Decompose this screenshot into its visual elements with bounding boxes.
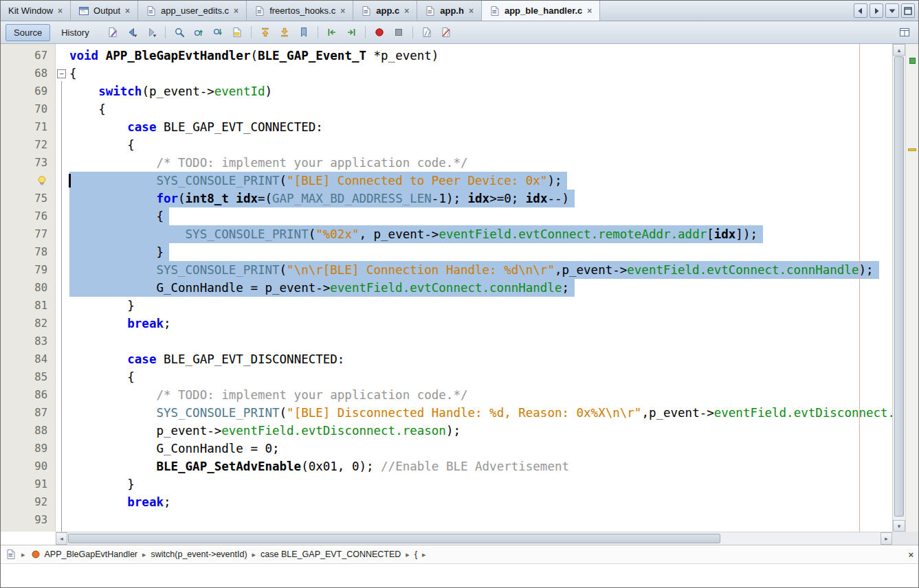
code-line-83[interactable] bbox=[56, 332, 892, 350]
scroll-tabs-left-button[interactable] bbox=[854, 3, 867, 18]
code-line-72[interactable]: { bbox=[56, 136, 892, 154]
code-line-85[interactable]: { bbox=[56, 368, 892, 386]
code-line-70[interactable]: { bbox=[56, 100, 892, 118]
code-line-87[interactable]: SYS_CONSOLE_PRINT("[BLE] Disconnected Ha… bbox=[56, 404, 892, 422]
gutter-line-84[interactable]: 84 bbox=[1, 350, 55, 368]
previous-bookmark-button[interactable] bbox=[256, 23, 274, 41]
gutter-line-70[interactable]: 70 bbox=[1, 100, 55, 118]
breadcrumb-item[interactable]: { bbox=[414, 550, 417, 559]
toggle-highlight-search-button[interactable] bbox=[228, 23, 246, 41]
code-line-81[interactable]: } bbox=[56, 297, 892, 315]
fold-toggle[interactable]: − bbox=[57, 69, 66, 78]
tab-close-button[interactable]: × bbox=[404, 6, 409, 16]
gutter-line-71[interactable]: 71 bbox=[1, 118, 55, 136]
comment-button[interactable]: // bbox=[418, 23, 436, 41]
code-line-89[interactable]: G_ConnHandle = 0; bbox=[56, 440, 892, 457]
gutter-line-85[interactable]: 85 bbox=[1, 368, 55, 386]
tab-close-button[interactable]: × bbox=[58, 6, 63, 16]
gutter-line-81[interactable]: 81 bbox=[1, 297, 55, 315]
breadcrumb-item[interactable]: switch(p_event->eventId) bbox=[151, 550, 247, 559]
code-line-79[interactable]: SYS_CONSOLE_PRINT("\n\r[BLE] Connection … bbox=[56, 261, 892, 279]
gutter-line-90[interactable]: 90 bbox=[1, 457, 55, 475]
code-line-82[interactable]: break; bbox=[56, 315, 892, 332]
back-button[interactable] bbox=[123, 23, 141, 41]
code-line-77[interactable]: SYS_CONSOLE_PRINT("%02x", p_event->event… bbox=[56, 225, 892, 243]
breadcrumb-item[interactable]: case BLE_GAP_EVT_CONNECTED bbox=[261, 550, 401, 559]
start-macro-recording-button[interactable] bbox=[370, 23, 388, 41]
gutter-line-93[interactable]: 93 bbox=[1, 511, 55, 529]
gutter-line-68[interactable]: 68 bbox=[1, 65, 55, 82]
horizontal-scrollbar-thumb[interactable] bbox=[68, 534, 720, 543]
maximize-window-button[interactable] bbox=[901, 3, 915, 18]
breadcrumb-item[interactable]: APP_BleGapEvtHandler bbox=[30, 549, 138, 560]
gutter-line-88[interactable]: 88 bbox=[1, 422, 55, 440]
gutter-line-74[interactable] bbox=[1, 172, 55, 190]
gutter-line-72[interactable]: 72 bbox=[1, 136, 55, 154]
scroll-tabs-right-button[interactable] bbox=[870, 3, 883, 18]
tab-app-ble-handler-c[interactable]: app_ble_handler.c× bbox=[482, 1, 600, 21]
code-line-88[interactable]: p_event->eventField.evtDisconnect.reason… bbox=[56, 422, 892, 440]
line-number-gutter[interactable]: 6768697071727375767778798081828384858687… bbox=[1, 44, 56, 532]
gutter-line-75[interactable]: 75 bbox=[1, 190, 55, 207]
code-line-92[interactable]: break; bbox=[56, 493, 892, 511]
vertical-scrollbar[interactable]: ▴ ▾ bbox=[892, 44, 905, 532]
tab-close-button[interactable]: × bbox=[234, 6, 239, 16]
code-line-91[interactable]: } bbox=[56, 475, 892, 493]
code-line-75[interactable]: for(int8_t idx=(GAP_MAX_BD_ADDRESS_LEN-1… bbox=[56, 190, 892, 207]
history-view-button[interactable]: History bbox=[53, 24, 97, 41]
shift-line-left-button[interactable] bbox=[323, 23, 341, 41]
tab-app-c[interactable]: app.c× bbox=[353, 1, 417, 21]
error-stripe[interactable] bbox=[905, 44, 918, 532]
uncomment-button[interactable]: // bbox=[437, 23, 455, 41]
split-document-button[interactable] bbox=[896, 23, 914, 41]
gutter-line-78[interactable]: 78 bbox=[1, 243, 55, 261]
find-previous-occurrence-button[interactable] bbox=[190, 23, 208, 41]
gutter-line-82[interactable]: 82 bbox=[1, 315, 55, 332]
scroll-right-button[interactable]: ▸ bbox=[881, 532, 892, 545]
stop-macro-recording-button[interactable] bbox=[390, 23, 408, 41]
tab-output[interactable]: Output× bbox=[71, 1, 138, 21]
code-line-90[interactable]: BLE_GAP_SetAdvEnable(0x01, 0); //Enable … bbox=[56, 457, 892, 475]
code-line-74[interactable]: SYS_CONSOLE_PRINT("[BLE] Connected to Pe… bbox=[56, 172, 892, 190]
gutter-line-79[interactable]: 79 bbox=[1, 261, 55, 279]
gutter-line-73[interactable]: 73 bbox=[1, 154, 55, 172]
code-line-76[interactable]: { bbox=[56, 207, 892, 225]
code-line-84[interactable]: case BLE_GAP_EVT_DISCONNECTED: bbox=[56, 350, 892, 368]
tab-close-button[interactable]: × bbox=[587, 6, 592, 16]
gutter-line-69[interactable]: 69 bbox=[1, 82, 55, 100]
tab-close-button[interactable]: × bbox=[125, 6, 130, 16]
tab-freertos-hooks-c[interactable]: freertos_hooks.c× bbox=[247, 1, 353, 21]
code-line-71[interactable]: case BLE_GAP_EVT_CONNECTED: bbox=[56, 118, 892, 136]
gutter-line-92[interactable]: 92 bbox=[1, 493, 55, 511]
forward-button[interactable] bbox=[142, 23, 160, 41]
source-view-button[interactable]: Source bbox=[5, 24, 50, 41]
tab-kit-window[interactable]: Kit Window× bbox=[1, 1, 71, 21]
tab-list-dropdown-button[interactable] bbox=[885, 3, 899, 18]
hint-stripe-mark[interactable] bbox=[908, 148, 916, 151]
scroll-left-button[interactable]: ◂ bbox=[56, 532, 67, 545]
code-line-69[interactable]: switch(p_event->eventId) bbox=[56, 82, 892, 100]
gutter-line-91[interactable]: 91 bbox=[1, 475, 55, 493]
tab-app-user-edits-c[interactable]: app_user_edits.c× bbox=[138, 1, 247, 21]
code-line-93[interactable] bbox=[56, 511, 892, 529]
next-bookmark-button[interactable] bbox=[276, 23, 294, 41]
tab-app-h[interactable]: app.h× bbox=[417, 1, 482, 21]
tab-close-button[interactable]: × bbox=[340, 6, 345, 16]
gutter-line-87[interactable]: 87 bbox=[1, 404, 55, 422]
gutter-line-83[interactable]: 83 bbox=[1, 332, 55, 350]
vertical-scrollbar-thumb[interactable] bbox=[894, 56, 904, 517]
code-line-67[interactable]: void APP_BleGapEvtHandler(BLE_GAP_Event_… bbox=[56, 47, 892, 65]
shift-line-right-button[interactable] bbox=[342, 23, 360, 41]
scroll-down-button[interactable]: ▾ bbox=[893, 520, 905, 532]
breadcrumb-close-button[interactable]: × bbox=[908, 550, 914, 560]
gutter-line-77[interactable]: 77 bbox=[1, 225, 55, 243]
horizontal-scrollbar[interactable]: ◂ ▸ bbox=[56, 532, 892, 545]
gutter-line-76[interactable]: 76 bbox=[1, 207, 55, 225]
code-line-73[interactable]: /* TODO: implement your application code… bbox=[56, 154, 892, 172]
scroll-up-button[interactable]: ▴ bbox=[893, 44, 905, 56]
code-viewport[interactable]: void APP_BleGapEvtHandler(BLE_GAP_Event_… bbox=[56, 44, 892, 532]
gutter-line-86[interactable]: 86 bbox=[1, 386, 55, 404]
code-line-80[interactable]: G_ConnHandle = p_event->eventField.evtCo… bbox=[56, 279, 892, 297]
find-selection-button[interactable] bbox=[170, 23, 188, 41]
gutter-line-80[interactable]: 80 bbox=[1, 279, 55, 297]
